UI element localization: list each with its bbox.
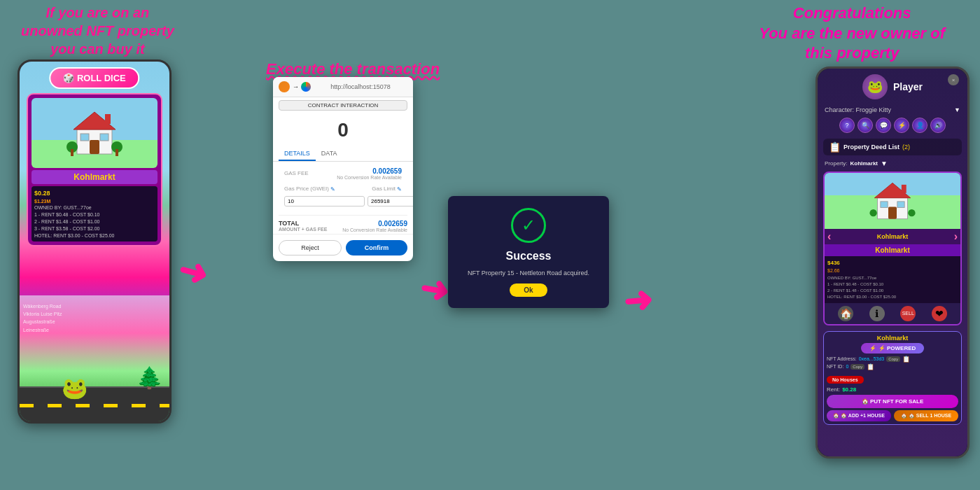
roll-dice-button[interactable]: 🎲 ROLL DICE <box>49 67 139 89</box>
svg-point-16 <box>869 209 876 216</box>
gas-price-input[interactable] <box>284 196 365 206</box>
character-row: Character: Froggie Kitty ▼ <box>818 105 967 115</box>
success-checkmark: ✓ <box>511 208 546 243</box>
gas-price-edit[interactable]: ✎ <box>330 186 335 192</box>
icon-btn-1[interactable]: ? <box>839 118 855 133</box>
right-property-area: ‹ Kohlmarkt › Kohlmarkt $436 $2.66 OWNED… <box>823 172 962 326</box>
house-action-row: 🏠 🏠 ADD +1 HOUSE 🏠 🏠 SELL 1 HOUSE <box>827 410 958 421</box>
powered-button[interactable]: ⚡ ⚡ POWERED <box>861 343 925 354</box>
carousel-left-arrow[interactable]: ‹ <box>827 230 831 243</box>
mm-gas-fee-section: GAS FEE 0.002659 No Conversion Rate Avai… <box>273 162 413 212</box>
copy-icon[interactable]: 📋 <box>902 356 910 363</box>
kohlmarkt-section: Kohlmarkt ⚡ ⚡ POWERED NFT Address: 0xea.… <box>823 331 962 425</box>
svg-rect-14 <box>897 202 904 208</box>
mm-divider <box>279 215 407 216</box>
svg-point-17 <box>908 209 915 216</box>
house-image-left <box>31 98 158 168</box>
right-info-btn[interactable]: ℹ <box>869 306 885 321</box>
carousel-right-arrow[interactable]: › <box>954 230 958 243</box>
player-label: Player <box>893 81 923 92</box>
property-name-left: Kohlmarkt <box>31 170 158 184</box>
street-labels: Wäkenberg Road Viktoria Luise Pltz Augus… <box>23 302 62 334</box>
right-phone-header: × 🐸 Player <box>818 69 967 105</box>
icon-row: ? 🔍 💬 ⚡ 👤 🔊 <box>818 115 967 136</box>
right-bottom-icons: 🏠 ℹ SELL ❤ <box>825 303 960 324</box>
no-houses-section: No Houses <box>827 372 958 385</box>
right-house-image <box>825 173 960 229</box>
reject-button[interactable]: Reject <box>279 240 342 255</box>
right-heart-btn[interactable]: ❤ <box>932 306 947 321</box>
nft-address-link[interactable]: 0xea...53d3 <box>859 356 885 361</box>
close-icon[interactable]: × <box>948 74 959 85</box>
svg-rect-15 <box>902 185 906 193</box>
success-dialog: ✓ Success NFT Property 15 - Nettleton Ro… <box>448 196 609 308</box>
mm-contract-badge: CONTRACT INTERACTION <box>279 100 407 111</box>
icon-btn-2[interactable]: 🔍 <box>858 118 873 133</box>
metamask-logo <box>279 81 290 92</box>
success-message: NFT Property 15 - Nettleton Road acquire… <box>461 270 596 276</box>
svg-rect-2 <box>90 140 99 154</box>
mm-gas-inputs <box>279 195 407 208</box>
mm-tabs: DETAILS DATA <box>273 147 413 162</box>
character-sprite: 🐸 <box>62 376 88 400</box>
nft-address-row: NFT Address: 0xea...53d3 Copy 📋 <box>827 356 958 363</box>
game-scene: Wäkenberg Road Viktoria Luise Pltz Augus… <box>20 295 169 421</box>
svg-rect-4 <box>100 134 108 141</box>
mm-footer: Reject Confirm <box>273 234 413 261</box>
gas-limit-input[interactable] <box>368 196 413 206</box>
property-select-row: Property: Kohlmarkt ▼ <box>818 158 967 169</box>
annotation-top-right: Congratulations You are the new owner of… <box>759 4 945 64</box>
svg-rect-7 <box>71 149 74 156</box>
annotation-top-left: If you are on an unowned NFT property yo… <box>21 4 174 58</box>
nft-id-row: NFT ID: 0 Copy 📋 <box>827 363 958 370</box>
sell-house-button[interactable]: 🏠 🏠 SELL 1 HOUSE <box>894 410 958 421</box>
property-stats-left: $0.28 $1.23M OWNED BY: GUST...77oe 1 - R… <box>31 186 158 241</box>
rent-row: Rent: $0.28 <box>827 386 958 393</box>
right-sell-btn[interactable]: SELL <box>900 306 916 321</box>
mm-tab-details[interactable]: DETAILS <box>279 147 316 161</box>
right-property-name: Kohlmarkt <box>825 244 960 256</box>
svg-rect-5 <box>105 114 111 124</box>
svg-rect-9 <box>115 149 118 156</box>
icon-btn-5[interactable]: 👤 <box>912 118 927 133</box>
mm-header: → http://localhost:15078 <box>273 77 413 97</box>
mm-total-row: TOTAL AMOUNT + GAS FEE 0.002659 No Conve… <box>273 218 413 234</box>
nft-address-copy-button[interactable]: Copy <box>886 356 900 362</box>
nft-id-copy-button[interactable]: Copy <box>850 364 864 370</box>
success-ok-button[interactable]: Ok <box>510 284 547 297</box>
kohlmarkt-title: Kohlmarkt <box>827 335 958 342</box>
character-dropdown[interactable]: ▼ <box>954 106 960 113</box>
player-avatar: 🐸 <box>862 74 888 99</box>
success-title: Success <box>506 250 552 262</box>
icon-btn-6[interactable]: 🔊 <box>930 118 946 133</box>
right-property-stats: $436 $2.66 OWNED BY: GUST...77oe 1 - REN… <box>825 256 960 303</box>
arrow-2: ➜ <box>416 267 452 312</box>
right-home-btn[interactable]: 🏠 <box>838 306 853 321</box>
icon-btn-3[interactable]: 💬 <box>876 118 891 133</box>
confirm-button[interactable]: Confirm <box>346 240 407 255</box>
put-nft-for-sale-button[interactable]: 🏠 PUT NFT FOR SALE <box>827 395 958 408</box>
no-houses-badge: No Houses <box>827 376 864 384</box>
mm-url: http://localhost:15078 <box>314 83 407 90</box>
carousel-property-name: Kohlmarkt <box>877 233 909 240</box>
svg-rect-3 <box>80 134 89 141</box>
gas-limit-edit[interactable]: ✎ <box>397 186 402 192</box>
arrow-3: ➜ <box>622 279 654 321</box>
right-phone: × 🐸 Player Character: Froggie Kitty ▼ ? … <box>816 66 969 458</box>
left-phone: 🎲 ROLL DICE <box>18 59 172 424</box>
icon-btn-4[interactable]: ⚡ <box>894 118 909 133</box>
house-svg-right <box>868 180 917 222</box>
metamask-dialog: → http://localhost:15078 CONTRACT INTERA… <box>273 77 413 261</box>
mm-amount: 0 <box>273 113 413 147</box>
property-deed-header: 📋 Property Deed List (2) <box>823 139 962 155</box>
nft-id-copy-icon[interactable]: 📋 <box>867 363 874 370</box>
mm-tab-data[interactable]: DATA <box>316 147 343 161</box>
nft-id-value: 0 <box>846 364 848 369</box>
house-svg-left <box>66 108 122 158</box>
property-card-left: Kohlmarkt $0.28 $1.23M OWNED BY: GUST...… <box>27 93 162 246</box>
property-dropdown[interactable]: ▼ <box>881 160 888 167</box>
svg-rect-12 <box>888 207 897 219</box>
arrow-1: ➜ <box>174 249 213 296</box>
svg-rect-13 <box>881 202 888 208</box>
add-house-button[interactable]: 🏠 🏠 ADD +1 HOUSE <box>827 410 891 421</box>
